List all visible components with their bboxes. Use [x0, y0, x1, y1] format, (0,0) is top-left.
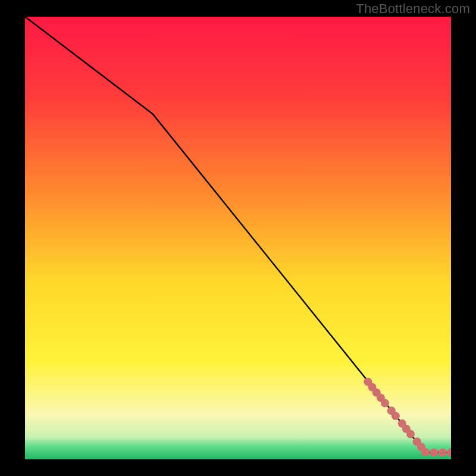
- chart-svg: [25, 17, 451, 459]
- watermark-text: TheBottleneck.com: [356, 1, 470, 17]
- data-point: [381, 399, 389, 408]
- data-point: [406, 430, 415, 439]
- gradient-background: [25, 17, 451, 459]
- chart-frame: TheBottleneck.com: [0, 0, 476, 476]
- plot-area: [25, 17, 451, 459]
- data-point: [392, 412, 400, 420]
- data-point: [421, 448, 430, 456]
- data-point: [439, 449, 447, 457]
- data-point: [430, 449, 438, 457]
